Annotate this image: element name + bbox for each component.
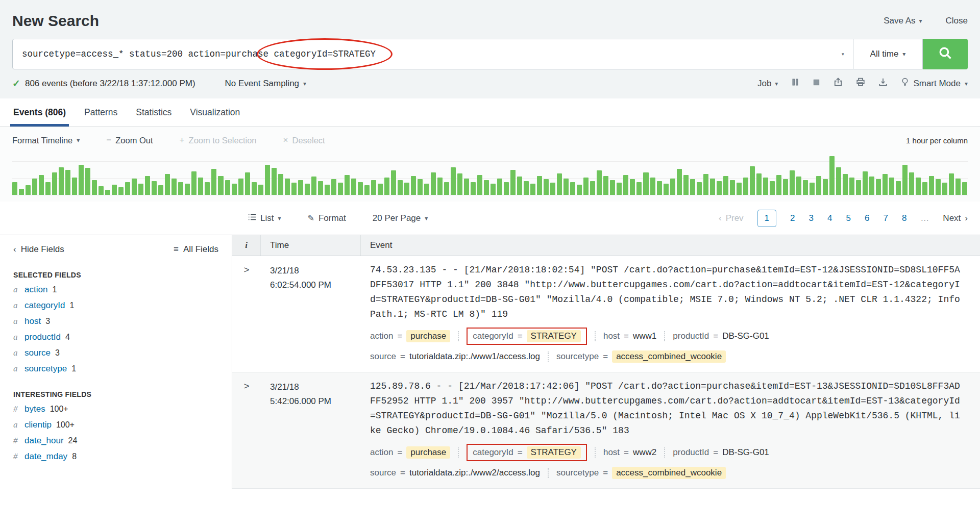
histogram-bar[interactable] <box>803 180 808 195</box>
field-bytes[interactable]: #bytes100+ <box>13 404 218 414</box>
histogram-bar[interactable] <box>191 171 197 195</box>
histogram-bar[interactable] <box>424 184 429 195</box>
page-7[interactable]: 7 <box>883 213 888 223</box>
histogram-bar[interactable] <box>510 170 516 195</box>
zoom-out-button[interactable]: − Zoom Out <box>106 135 153 145</box>
histogram-bar[interactable] <box>92 180 97 195</box>
per-page-button[interactable]: 20 Per Page ▾ <box>373 213 428 223</box>
prev-page-button[interactable]: ‹ Prev <box>719 213 744 223</box>
share-job-button[interactable] <box>834 78 843 89</box>
histogram-bar[interactable] <box>218 176 223 195</box>
histogram-bar[interactable] <box>623 175 628 195</box>
histogram-bar[interactable] <box>717 181 722 195</box>
histogram-bar[interactable] <box>597 170 602 195</box>
search-mode-button[interactable]: Smart Mode ▾ <box>901 78 968 89</box>
event-field-sourcetype[interactable]: sourcetype=access_combined_wcookie <box>556 350 726 363</box>
histogram-bar[interactable] <box>451 167 456 195</box>
tab-visualization[interactable]: Visualization <box>181 98 249 127</box>
zoom-to-selection-button[interactable]: + Zoom to Selection <box>180 135 257 145</box>
histogram-bar[interactable] <box>464 179 469 195</box>
close-button[interactable]: Close <box>946 16 968 26</box>
histogram-bar[interactable] <box>404 183 409 195</box>
chevron-down-icon[interactable]: ▾ <box>841 51 845 58</box>
histogram-bar[interactable] <box>929 176 934 195</box>
page-3[interactable]: 3 <box>809 213 814 223</box>
histogram-bar[interactable] <box>517 177 522 195</box>
event-sampling-button[interactable]: No Event Sampling ▾ <box>225 79 307 89</box>
histogram-bar[interactable] <box>132 179 137 195</box>
histogram-bar[interactable] <box>670 179 675 195</box>
next-page-button[interactable]: Next › <box>943 213 968 223</box>
page-1[interactable]: 1 <box>757 210 776 227</box>
histogram-bar[interactable] <box>783 179 788 195</box>
histogram-bar[interactable] <box>816 176 821 195</box>
event-field-sourcetype[interactable]: sourcetype=access_combined_wcookie <box>556 467 726 479</box>
histogram-bar[interactable] <box>962 182 967 195</box>
histogram-bar[interactable] <box>205 182 210 195</box>
field-source[interactable]: asource3 <box>13 348 218 358</box>
histogram-bar[interactable] <box>657 181 662 195</box>
histogram-bar[interactable] <box>378 184 383 195</box>
field-sourcetype[interactable]: asourcetype1 <box>13 364 218 374</box>
histogram-bar[interactable] <box>278 174 283 195</box>
event-field-categoryId[interactable]: categoryId=STRATEGY <box>467 328 587 345</box>
histogram-bar[interactable] <box>636 182 642 195</box>
histogram-bar[interactable] <box>384 178 389 195</box>
histogram-bar[interactable] <box>298 180 303 195</box>
histogram-bar[interactable] <box>823 179 828 195</box>
histogram-bar[interactable] <box>318 181 323 195</box>
histogram-bar[interactable] <box>610 180 615 195</box>
event-field-host[interactable]: host=www1 <box>603 331 656 341</box>
histogram-bar[interactable] <box>524 181 529 195</box>
histogram-bar[interactable] <box>19 189 24 195</box>
histogram-bar[interactable] <box>65 170 70 195</box>
histogram-bar[interactable] <box>730 180 735 195</box>
event-field-action[interactable]: action=purchase <box>370 446 450 459</box>
histogram-bar[interactable] <box>484 180 489 195</box>
histogram-bar[interactable] <box>876 179 881 195</box>
histogram-bar[interactable] <box>345 175 350 195</box>
histogram-bar[interactable] <box>258 185 263 195</box>
histogram-bar[interactable] <box>955 179 961 195</box>
histogram-bar[interactable] <box>909 172 914 195</box>
format-results-button[interactable]: ✎ Format <box>308 213 346 223</box>
histogram-bar[interactable] <box>225 180 230 195</box>
histogram-bar[interactable] <box>364 185 370 195</box>
histogram-bar[interactable] <box>152 181 157 195</box>
histogram-bar[interactable] <box>331 179 336 195</box>
histogram-bar[interactable] <box>232 184 237 195</box>
histogram-bar[interactable] <box>922 182 927 195</box>
histogram-bar[interactable] <box>358 182 363 195</box>
field-host[interactable]: ahost3 <box>13 316 218 326</box>
time-range-picker[interactable]: All time ▾ <box>853 39 923 69</box>
expand-event-icon[interactable]: > <box>243 264 249 275</box>
histogram-bar[interactable] <box>45 182 51 195</box>
page-5[interactable]: 5 <box>846 213 850 223</box>
histogram-bar[interactable] <box>756 173 762 195</box>
histogram-bar[interactable] <box>737 183 742 195</box>
histogram-bar[interactable] <box>883 174 888 195</box>
histogram-bar[interactable] <box>418 179 423 195</box>
page-2[interactable]: 2 <box>790 213 795 223</box>
histogram-bar[interactable] <box>245 172 250 195</box>
event-field-productId[interactable]: productId=DB-SG-G01 <box>673 447 769 458</box>
histogram-bar[interactable] <box>916 178 921 195</box>
histogram-bar[interactable] <box>530 184 535 195</box>
stop-job-button[interactable] <box>813 79 820 89</box>
histogram-bar[interactable] <box>165 174 170 195</box>
histogram-bar[interactable] <box>118 187 124 195</box>
format-timeline-button[interactable]: Format Timeline ▾ <box>12 136 80 145</box>
histogram-bar[interactable] <box>178 182 183 195</box>
histogram-bar[interactable] <box>697 182 702 195</box>
histogram-bar[interactable] <box>770 181 775 195</box>
histogram-bar[interactable] <box>677 169 682 195</box>
tab-patterns[interactable]: Patterns <box>75 98 127 127</box>
histogram-bar[interactable] <box>238 179 243 195</box>
histogram-bar[interactable] <box>590 181 595 195</box>
histogram-bar[interactable] <box>477 175 482 195</box>
histogram-bar[interactable] <box>491 184 496 195</box>
histogram-bar[interactable] <box>325 185 330 195</box>
histogram-bar[interactable] <box>583 178 589 195</box>
histogram-bar[interactable] <box>125 182 130 195</box>
page-8[interactable]: 8 <box>902 213 906 223</box>
